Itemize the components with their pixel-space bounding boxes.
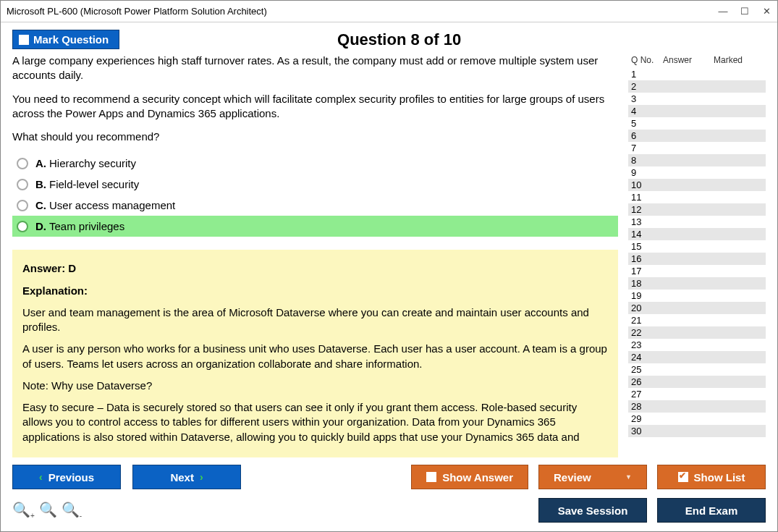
explanation-para-1: User and team management is the area of … [22,305,608,335]
show-answer-button[interactable]: Show Answer [411,465,528,489]
question-list-row[interactable]: 21 [628,314,766,326]
question-list-row[interactable]: 7 [628,142,766,154]
q-no: 17 [631,266,663,276]
col-q-no: Q No. [631,55,663,65]
question-list-row[interactable]: 15 [628,240,766,253]
question-list-row[interactable]: 18 [628,277,766,290]
question-list-row[interactable]: 10 [628,179,766,191]
chevron-down-icon: ▼ [625,473,632,481]
question-list-row[interactable]: 28 [628,400,766,413]
answer-explanation-panel: Answer: D Explanation: User and team man… [12,250,618,457]
q-no: 30 [631,426,663,436]
q-no: 26 [631,376,663,387]
question-list-row[interactable]: 25 [628,363,766,376]
checkbox-icon [426,472,436,482]
save-session-label: Save Session [558,504,628,517]
question-list-row[interactable]: 17 [628,265,766,277]
question-list-row[interactable]: 11 [628,191,766,203]
question-list-row[interactable]: 5 [628,117,766,130]
question-list-row[interactable]: 29 [628,413,766,425]
question-list-row[interactable]: 20 [628,302,766,314]
question-para-2: You need to recommend a security concept… [12,92,618,122]
q-no: 11 [631,192,663,203]
option-d[interactable]: D.Team privileges [12,216,618,237]
option-c[interactable]: C.User access management [12,195,618,216]
previous-button[interactable]: ‹ Previous [12,465,121,489]
explanation-para-3: Note: Why use Dataverse? [22,379,608,393]
question-list[interactable]: 1234567891011121314151617181920212223242… [628,68,766,457]
option-a-text: Hierarchy security [49,157,136,169]
zoom-out-icon[interactable]: 🔍- [62,501,82,520]
window-title: Microsoft PL-600 (Microsoft Power Platfo… [7,6,267,17]
options-list: A.Hierarchy security B.Field-level secur… [12,153,618,237]
question-list-row[interactable]: 9 [628,166,766,179]
radio-icon[interactable] [17,179,28,190]
save-session-button[interactable]: Save Session [538,498,647,523]
question-list-row[interactable]: 3 [628,93,766,105]
q-no: 9 [631,167,663,178]
zoom-controls: 🔍+ 🔍 🔍- [12,501,82,520]
next-button[interactable]: Next › [132,465,241,489]
footer-row-1: ‹ Previous Next › Show Answer Review ▼ [12,465,766,489]
minimize-icon[interactable]: — [718,6,728,17]
radio-icon[interactable] [17,158,28,169]
question-list-row[interactable]: 4 [628,105,766,117]
end-exam-button[interactable]: End Exam [657,498,766,523]
footer: ‹ Previous Next › Show Answer Review ▼ [1,457,777,531]
window-controls: — ☐ ✕ [718,6,771,17]
question-list-row[interactable]: 23 [628,339,766,351]
q-no: 6 [631,130,663,141]
option-c-text: User access management [49,199,175,211]
question-list-row[interactable]: 22 [628,326,766,339]
q-no: 8 [631,155,663,166]
maximize-icon[interactable]: ☐ [740,6,750,17]
radio-icon[interactable] [17,200,28,211]
question-list-row[interactable]: 14 [628,228,766,240]
q-no: 25 [631,364,663,375]
option-b[interactable]: B.Field-level security [12,174,618,195]
q-no: 7 [631,143,663,153]
q-no: 13 [631,216,663,227]
question-list-row[interactable]: 26 [628,376,766,388]
question-list-row[interactable]: 8 [628,154,766,166]
option-c-label: C. [35,199,46,211]
question-list-row[interactable]: 1 [628,68,766,80]
q-no: 4 [631,106,663,117]
question-scroll-area[interactable]: A large company experiences high staff t… [12,54,621,457]
question-list-row[interactable]: 12 [628,203,766,216]
answer-header: Answer: D [22,261,608,276]
question-list-row[interactable]: 2 [628,80,766,93]
show-list-button[interactable]: Show List [657,465,766,489]
zoom-reset-icon[interactable]: 🔍 [39,501,57,520]
option-a[interactable]: A.Hierarchy security [12,153,618,174]
q-no: 28 [631,401,663,412]
mark-question-button[interactable]: Mark Question [12,30,119,49]
option-d-text: Team privileges [49,220,124,232]
explanation-para-4: Easy to secure – Data is securely stored… [22,400,608,444]
next-label: Next [170,471,194,484]
mark-question-label: Mark Question [33,33,109,46]
question-list-row[interactable]: 24 [628,351,766,363]
q-no: 12 [631,204,663,215]
question-list-row[interactable]: 27 [628,388,766,400]
question-list-row[interactable]: 13 [628,216,766,228]
q-no: 10 [631,180,663,190]
zoom-in-icon[interactable]: 🔍+ [12,501,35,520]
question-list-row[interactable]: 19 [628,290,766,302]
question-list-row[interactable]: 6 [628,130,766,142]
end-exam-label: End Exam [685,504,738,517]
close-icon[interactable]: ✕ [761,6,771,17]
option-d-label: D. [35,220,46,232]
question-list-row[interactable]: 16 [628,253,766,265]
review-dropdown[interactable]: Review ▼ [538,465,647,489]
question-list-panel: Q No. Answer Marked 12345678910111213141… [628,54,766,457]
question-para-3: What should you recommend? [12,130,618,144]
question-column: ▴ ▾ A large company experiences high sta… [12,54,621,457]
question-para-1: A large company experiences high staff t… [12,54,618,83]
radio-icon[interactable] [17,221,28,232]
q-no: 3 [631,93,663,104]
q-no: 29 [631,413,663,424]
question-list-row[interactable]: 30 [628,425,766,437]
question-list-wrap: 1234567891011121314151617181920212223242… [628,68,766,457]
col-marked: Marked [714,55,766,65]
